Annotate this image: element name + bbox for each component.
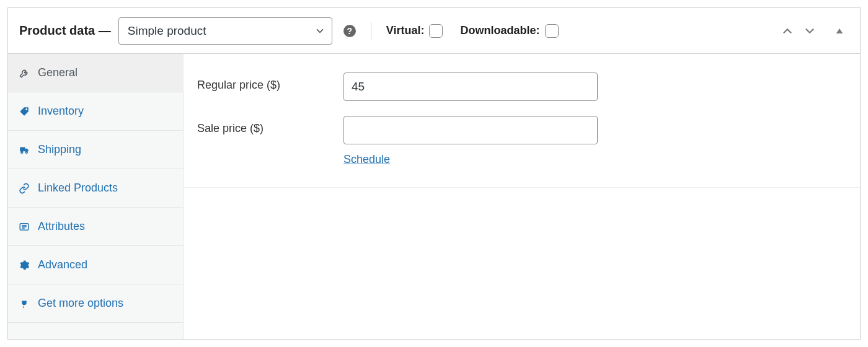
downloadable-label: Downloadable: (460, 24, 539, 37)
tab-shipping[interactable]: Shipping (8, 131, 183, 169)
tab-label: Get more options (38, 297, 123, 310)
sale-price-label: Sale price ($) (197, 116, 343, 135)
downloadable-checkbox[interactable] (545, 24, 559, 38)
panel-body: General Inventory Shipping Linked Produc… (8, 54, 860, 339)
tab-label: Advanced (38, 258, 87, 271)
general-tab-content: Regular price ($) Sale price ($) Schedul… (184, 54, 860, 188)
tab-linked-products[interactable]: Linked Products (8, 169, 183, 208)
svg-marker-0 (836, 29, 843, 33)
wrench-icon (18, 68, 30, 79)
separator (371, 22, 371, 40)
move-down-button[interactable] (800, 22, 819, 40)
regular-price-row: Regular price ($) (184, 65, 860, 108)
product-data-panel: Product data — Simple product ? Virtual:… (7, 7, 861, 340)
panel-header: Product data — Simple product ? Virtual:… (8, 8, 860, 54)
move-up-button[interactable] (778, 22, 797, 40)
virtual-label: Virtual: (386, 24, 425, 37)
sale-price-input[interactable] (343, 116, 598, 144)
tab-label: Inventory (38, 105, 84, 118)
downloadable-toggle[interactable]: Downloadable: (460, 24, 558, 38)
tab-general[interactable]: General (8, 54, 183, 92)
tab-label: Attributes (38, 220, 85, 233)
plug-icon (18, 298, 30, 309)
virtual-toggle[interactable]: Virtual: (386, 24, 443, 38)
gear-icon (18, 260, 30, 271)
help-icon[interactable]: ? (343, 25, 356, 37)
panel-title: Product data — (19, 24, 111, 38)
regular-price-input[interactable] (343, 72, 598, 101)
sale-price-row: Sale price ($) Schedule (184, 108, 860, 174)
tab-get-more-options[interactable]: Get more options (8, 284, 183, 323)
tab-inventory[interactable]: Inventory (8, 92, 183, 131)
list-icon (18, 221, 30, 232)
regular-price-label: Regular price ($) (197, 72, 343, 92)
product-type-selected-label: Simple product (128, 24, 206, 38)
truck-icon (18, 144, 30, 156)
svg-point-1 (21, 151, 23, 153)
product-type-select[interactable]: Simple product (118, 17, 332, 45)
tag-icon (18, 106, 30, 117)
tab-label: General (38, 66, 78, 79)
chevron-down-icon (314, 25, 326, 37)
schedule-link[interactable]: Schedule (343, 153, 390, 166)
tab-attributes[interactable]: Attributes (8, 208, 183, 246)
virtual-checkbox[interactable] (429, 24, 443, 38)
link-icon (18, 183, 30, 194)
svg-point-2 (25, 151, 27, 153)
tab-label: Shipping (38, 143, 81, 156)
tab-advanced[interactable]: Advanced (8, 246, 183, 284)
product-data-tabs: General Inventory Shipping Linked Produc… (8, 54, 184, 339)
collapse-panel-button[interactable] (830, 22, 849, 40)
tab-label: Linked Products (38, 182, 118, 195)
